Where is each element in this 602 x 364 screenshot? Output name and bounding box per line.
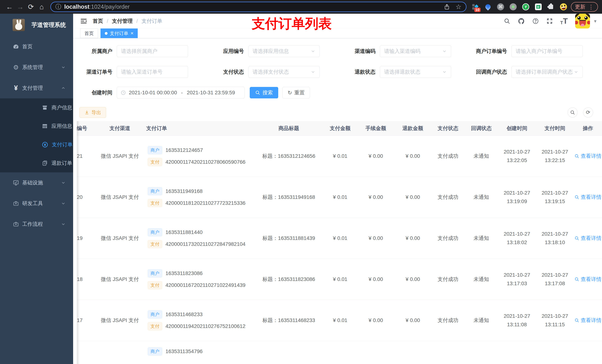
refund-status-select[interactable]: 请选择退款状态: [380, 66, 451, 78]
help-icon[interactable]: [532, 18, 539, 24]
merchant-select[interactable]: 请选择所属商户: [117, 45, 188, 57]
table-row: 17 微信 JSAPI 支付 商户1635311468233 支付4200001…: [77, 300, 602, 341]
date-range-end: 2021-10-31 23:59:59: [187, 90, 235, 96]
drop-extension-icon[interactable]: [484, 3, 492, 10]
date-range-separator: -: [181, 90, 183, 96]
sidebar-item-system[interactable]: ⚙ 系统管理: [0, 57, 73, 78]
clock-icon: [121, 90, 126, 95]
sidebar-item-pay[interactable]: ¥ 支付管理: [0, 78, 73, 98]
tab-pay-order[interactable]: 支付订单 ×: [100, 29, 138, 38]
column-header: 编号: [77, 121, 94, 135]
column-header: 回调状态: [465, 121, 498, 135]
avatar-caret-icon[interactable]: ▾: [594, 18, 596, 24]
search-icon[interactable]: [504, 18, 510, 24]
view-detail-link[interactable]: 查看详情: [574, 194, 602, 201]
url-host: localhost: [64, 3, 89, 10]
merchant-tag: 商户: [148, 187, 162, 195]
filter-merchant-order-no: 商户订单编号 请输入商户订单编号: [472, 45, 591, 57]
merchant-tag: 商户: [148, 269, 162, 277]
channel-code-select[interactable]: 请输入渠道编码: [380, 45, 451, 57]
column-header: 操作: [574, 121, 602, 135]
sidebar-item-refund-order[interactable]: 退款订单: [0, 154, 73, 172]
browser-reload-icon[interactable]: ⟳: [26, 0, 36, 14]
emoji-profile-icon[interactable]: [560, 3, 567, 10]
share-icon[interactable]: [444, 4, 450, 10]
merchant-tag: 商户: [148, 347, 162, 355]
breadcrumb-home[interactable]: 首页: [93, 18, 103, 25]
bookmark-star-icon[interactable]: ☆: [456, 3, 462, 11]
refresh-table-button[interactable]: ⟳: [583, 107, 593, 117]
navbar: 首页 / 支付管理 / 支付订单 TT: [73, 14, 602, 29]
sidebar-item-workflow[interactable]: 工作流程: [0, 214, 73, 235]
table-row-partial: 商户1635311354796: [77, 341, 602, 364]
browser-forward-icon[interactable]: →: [15, 0, 26, 14]
chevron-down-icon: [61, 65, 66, 70]
address-bar[interactable]: ⓘ localhost:1024/pay/order ☆: [50, 2, 466, 12]
url-path: :1024/pay/order: [89, 3, 129, 10]
refresh-icon: ⟳: [586, 110, 590, 115]
filter-pay-status: 支付状态 请选择支付状态: [208, 66, 328, 78]
sidebar-item-devtools[interactable]: 研发工具: [0, 193, 73, 214]
font-size-icon[interactable]: TT: [560, 17, 568, 25]
command-extension-icon[interactable]: ⌘: [497, 3, 504, 10]
export-button[interactable]: 导出: [79, 107, 106, 118]
avatar[interactable]: [575, 14, 590, 29]
callback-status-select[interactable]: 请选择订单回调商户状态: [511, 66, 583, 78]
browser-home-icon[interactable]: ⌂: [36, 0, 47, 14]
sidebar-item-merchant-info[interactable]: 商户信息: [0, 98, 73, 117]
fullscreen-icon[interactable]: [546, 18, 553, 24]
refresh-icon: ↻: [288, 90, 292, 96]
search-button[interactable]: 搜索: [250, 87, 278, 98]
browser-menu-icon[interactable]: ⋮: [588, 4, 594, 10]
sidebar-collapse-icon[interactable]: [80, 17, 88, 25]
sidebar-item-home[interactable]: 首页: [0, 36, 73, 57]
close-icon[interactable]: ×: [130, 31, 133, 36]
sidebar: 芋道管理系统 首页 ⚙ 系统管理 ¥ 支付管理: [0, 14, 73, 364]
sidebar-item-label: 研发工具: [22, 200, 43, 207]
tab-home[interactable]: 首页: [80, 29, 98, 38]
kanban-extension-icon[interactable]: 10: [472, 3, 479, 10]
app-select[interactable]: 请选择应用信息: [248, 45, 320, 57]
chevron-down-icon: [61, 201, 66, 206]
merchant-order-no-input[interactable]: 请输入商户订单编号: [511, 45, 583, 57]
chevron-down-icon: [574, 70, 579, 74]
column-header: 手续金额: [357, 121, 394, 135]
filter-label: 创建时间: [77, 89, 117, 96]
chevron-down-icon: [311, 49, 315, 54]
channel-order-no-input[interactable]: 请输入渠道订单号: [117, 66, 188, 78]
briefcase-icon: [12, 221, 20, 227]
y-extension-icon[interactable]: Y: [522, 3, 529, 10]
view-detail-link[interactable]: 查看详情: [574, 317, 602, 324]
sidebar-item-label: 应用信息: [52, 123, 72, 130]
column-header: 支付状态: [431, 121, 465, 135]
sidebar-item-infra[interactable]: 基础设施: [0, 172, 73, 193]
table-row: 18 微信 JSAPI 支付 商户1635311823086 支付4200001…: [77, 259, 602, 300]
column-header: 支付订单: [146, 121, 255, 135]
reset-button[interactable]: ↻ 重置: [282, 87, 310, 98]
create-time-range-picker[interactable]: 2021-10-01 00:00:00 - 2021-10-31 23:59:5…: [117, 87, 245, 99]
sidebar-item-app-info[interactable]: 应用信息: [0, 117, 73, 135]
breadcrumb-separator: /: [107, 18, 108, 24]
toggle-search-button[interactable]: [568, 107, 578, 117]
app-title: 芋道管理系统: [32, 21, 66, 29]
view-detail-link[interactable]: 查看详情: [574, 235, 602, 242]
chevron-up-icon: [61, 86, 66, 90]
sidebar-item-label: 商户信息: [52, 104, 72, 111]
browser-back-icon[interactable]: ←: [4, 0, 15, 14]
view-detail-link[interactable]: 查看详情: [574, 276, 602, 283]
breadcrumb-pay[interactable]: 支付管理: [112, 18, 133, 25]
chat-extension-icon[interactable]: [535, 3, 542, 10]
sidebar-item-label: 支付管理: [22, 84, 43, 92]
sidebar-submenu-pay: 商户信息 应用信息 支付订单: [0, 98, 73, 172]
filter-callback-status: 回调商户状态 请选择订单回调商户状态: [472, 66, 591, 78]
view-detail-link[interactable]: 查看详情: [574, 153, 602, 160]
record-extension-icon[interactable]: [509, 3, 517, 10]
github-icon[interactable]: [518, 18, 525, 25]
app-logo-row[interactable]: 芋道管理系统: [0, 14, 73, 36]
puzzle-extensions-icon[interactable]: [547, 3, 555, 10]
site-info-icon[interactable]: ⓘ: [55, 3, 61, 11]
pay-status-select[interactable]: 请选择支付状态: [248, 66, 320, 78]
chrome-update-button[interactable]: 更新 ⋮: [571, 2, 598, 12]
sidebar-item-pay-order[interactable]: 支付订单: [0, 135, 73, 154]
table-toolbar: 导出 ⟳: [77, 107, 598, 118]
